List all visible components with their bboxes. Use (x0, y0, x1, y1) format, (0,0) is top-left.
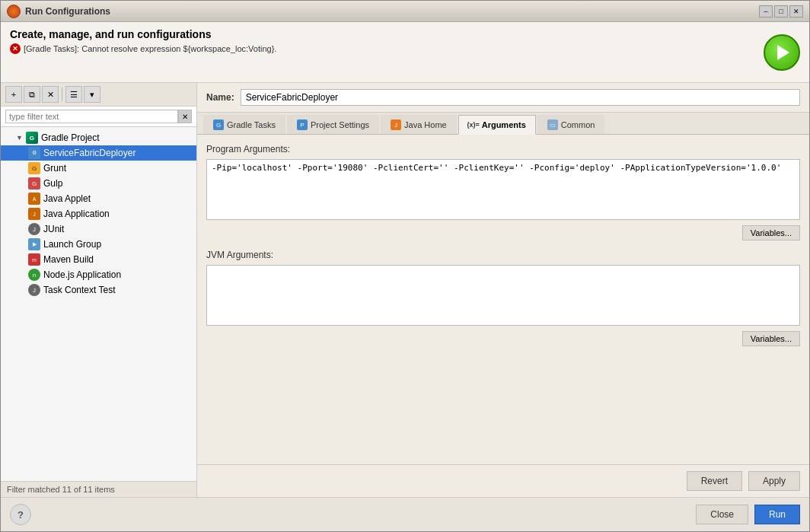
new-config-button[interactable]: + (5, 86, 22, 103)
filter-row: ✕ (1, 107, 196, 127)
window-controls: – □ ✕ (759, 5, 803, 18)
error-line: ✕ [Gradle Tasks]: Cannot resolve express… (10, 43, 756, 54)
tab-arguments[interactable]: (x)= Arguments (458, 115, 536, 135)
close-button[interactable]: ✕ (789, 5, 803, 18)
arguments-tab-content: Program Arguments: -Pip='localhost' -Ppo… (197, 135, 809, 464)
tab-label: Java Home (404, 120, 447, 129)
tree-item-label: Node.js Application (43, 269, 121, 280)
maven-icon: m (28, 253, 40, 266)
name-input[interactable] (241, 89, 800, 106)
help-button[interactable]: ? (10, 504, 31, 525)
expand-icon: ▼ (16, 134, 23, 142)
tree-item-label: Launch Group (43, 239, 101, 250)
apply-button[interactable]: Apply (748, 471, 800, 491)
program-args-label: Program Arguments: (206, 144, 800, 155)
tab-common[interactable]: ▭ Common (537, 115, 605, 134)
tree-item-label: Task Context Test (43, 285, 116, 295)
grunt-icon: G (28, 162, 40, 174)
tree-item-java-application[interactable]: J Java Application (1, 206, 196, 221)
header-section: Create, manage, and run configurations ✕… (1, 22, 809, 83)
tree-item-java-applet[interactable]: A Java Applet (1, 191, 196, 206)
task-icon: J (28, 284, 40, 296)
common-tab-icon: ▭ (547, 119, 558, 130)
right-action-buttons: Revert Apply (197, 464, 809, 497)
tree-item-label: Gulp (43, 178, 62, 189)
run-button[interactable] (764, 34, 800, 71)
window-title: Run Configurations (25, 6, 110, 17)
service-icon: ⚙ (28, 147, 40, 159)
toolbar-separator (62, 88, 62, 101)
tab-gradle-tasks[interactable]: G Gradle Tasks (203, 115, 285, 134)
java-home-tab-icon: J (391, 119, 401, 130)
tree-item-launch-group[interactable]: ▶ Launch Group (1, 237, 196, 252)
title-bar: Run Configurations – □ ✕ (1, 1, 809, 22)
tree-item-nodejs[interactable]: n Node.js Application (1, 267, 196, 282)
tree-item-label: Grunt (43, 163, 66, 174)
bottom-right: Close Run (696, 505, 800, 524)
delete-button[interactable]: ✕ (42, 86, 59, 103)
gradle-icon: G (26, 132, 38, 144)
tree-item-gulp[interactable]: G Gulp (1, 176, 196, 191)
arguments-tab-icon: (x)= (468, 119, 479, 130)
run-config-button[interactable]: Run (754, 505, 800, 524)
jvm-vars-row: Variables... (206, 331, 800, 346)
close-button[interactable]: Close (696, 505, 748, 524)
filter-input[interactable] (5, 110, 178, 123)
tree-item-label: JUnit (43, 224, 64, 234)
filter-clear-button[interactable]: ✕ (178, 110, 192, 123)
name-label: Name: (206, 92, 234, 103)
tree-item-label: Java Application (43, 209, 110, 219)
right-panel: Name: G Gradle Tasks P Project Settings … (197, 83, 809, 497)
tab-label: Gradle Tasks (227, 120, 276, 129)
minimize-button[interactable]: – (759, 5, 773, 18)
applet-icon: A (28, 193, 40, 205)
node-icon: n (28, 269, 40, 281)
error-icon: ✕ (10, 43, 21, 54)
tab-label: Common (561, 120, 595, 129)
header-title: Create, manage, and run configurations (10, 28, 756, 40)
tree-item-label: Java Applet (43, 193, 91, 204)
tree-root-label: Gradle Project (41, 132, 100, 143)
tabs-row: G Gradle Tasks P Project Settings J Java… (197, 113, 809, 135)
left-toolbar: + ⧉ ✕ ☰ ▾ (1, 83, 196, 107)
tree-item-label: ServiceFabricDeployer (43, 148, 136, 158)
tree-root-gradle[interactable]: ▼ G Gradle Project (1, 130, 196, 145)
app-icon (7, 5, 21, 18)
tab-label: Arguments (482, 120, 526, 129)
error-message: [Gradle Tasks]: Cannot resolve expressio… (24, 44, 276, 53)
dropdown-button[interactable]: ▾ (84, 86, 100, 103)
tab-java-home[interactable]: J Java Home (381, 115, 457, 134)
jvm-variables-button[interactable]: Variables... (742, 331, 800, 346)
program-variables-button[interactable]: Variables... (742, 225, 800, 241)
tree-item-label: Maven Build (43, 254, 94, 265)
tab-project-settings[interactable]: P Project Settings (287, 115, 379, 134)
jvm-args-label: JVM Arguments: (206, 250, 800, 260)
maximize-button[interactable]: □ (774, 5, 788, 18)
program-vars-row: Variables... (206, 225, 800, 241)
bottom-left: ? (10, 504, 31, 525)
tree-item-task-context[interactable]: J Task Context Test (1, 282, 196, 298)
gulp-icon: G (28, 177, 40, 190)
filter-status: Filter matched 11 of 11 items (1, 481, 196, 497)
tab-label: Project Settings (311, 120, 369, 129)
main-section: + ⧉ ✕ ☰ ▾ ✕ ▼ G Gradle Project (1, 83, 809, 497)
program-args-input[interactable]: -Pip='localhost' -Pport='19080' -Pclient… (206, 159, 800, 220)
left-panel: + ⧉ ✕ ☰ ▾ ✕ ▼ G Gradle Project (1, 83, 197, 497)
java-icon: J (28, 208, 40, 220)
tree-item-grunt[interactable]: G Grunt (1, 161, 196, 176)
launch-icon: ▶ (28, 238, 40, 250)
gradle-tasks-tab-icon: G (213, 119, 224, 130)
revert-button[interactable]: Revert (687, 471, 742, 491)
filter-button[interactable]: ☰ (65, 86, 82, 103)
tree-item-maven[interactable]: m Maven Build (1, 252, 196, 267)
project-settings-tab-icon: P (297, 119, 308, 130)
duplicate-button[interactable]: ⧉ (24, 86, 40, 103)
run-icon (777, 45, 789, 60)
tree-area: ▼ G Gradle Project ⚙ ServiceFabricDeploy… (1, 127, 196, 481)
tree-item-servicedeployer[interactable]: ⚙ ServiceFabricDeployer (1, 145, 196, 161)
jvm-args-input[interactable] (206, 265, 800, 326)
name-row: Name: (197, 83, 809, 113)
bottom-bar: ? Close Run (1, 497, 809, 531)
junit-icon: J (28, 223, 40, 235)
tree-item-junit[interactable]: J JUnit (1, 221, 196, 237)
